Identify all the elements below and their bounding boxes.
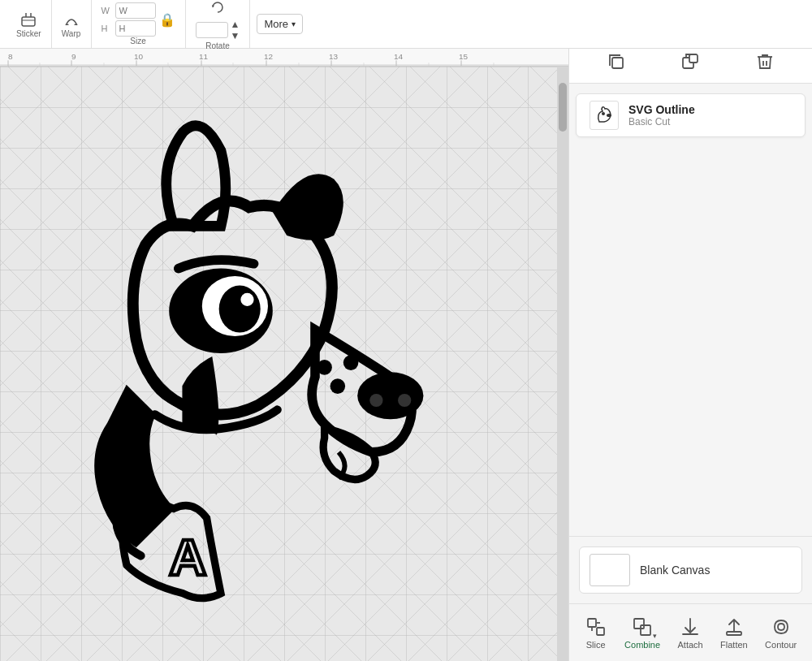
svg-point-48 [602,112,605,115]
rotate-group: ▲▼ Rotate [186,0,251,48]
svg-rect-46 [689,54,698,63]
blank-canvas-item[interactable]: Blank Canvas [579,547,802,594]
contour-button[interactable]: Contour [758,612,803,653]
duplicate-button[interactable] [602,47,631,76]
panel-bottom: Slice ▾ Combine Attach [569,603,812,661]
blank-canvas-label: Blank Canvas [640,564,710,577]
slice-button[interactable]: Slice [578,612,614,653]
combine-icon: ▾ [631,616,654,638]
warp-icon [62,10,81,29]
combine-button[interactable]: ▾ Combine [618,612,667,653]
layer-item[interactable]: SVG Outline Basic Cut [576,93,806,137]
svg-rect-50 [597,628,604,635]
attach-button[interactable]: Attach [672,612,710,653]
svg-point-36 [398,394,411,407]
size-tool: W H 🔒 Size [102,2,175,45]
svg-point-47 [607,114,611,117]
svg-text:15: 15 [459,53,469,62]
more-label: More [264,18,288,30]
scrollbar-thumb[interactable] [559,83,567,132]
canvas-area[interactable]: A [0,49,568,661]
svg-rect-44 [612,58,623,68]
right-panel: Layers Color Sync [568,0,812,661]
blank-canvas-thumbnail [590,554,630,586]
rotate-label: Rotate [205,41,229,50]
svg-point-34 [357,372,423,419]
warp-tool[interactable]: Warp [62,10,81,38]
more-button[interactable]: More ▾ [257,14,303,34]
svg-point-43 [330,378,346,394]
layer-type: Basic Cut [628,116,792,127]
rotate-input[interactable] [196,22,228,38]
toolbar: Sticker Warp W [0,0,812,49]
layers-list: SVG Outline Basic Cut [569,84,812,536]
svg-text:8: 8 [8,53,13,62]
height-input[interactable] [115,20,156,37]
attach-icon [679,616,702,638]
rotate-tool[interactable]: ▲▼ Rotate [196,0,240,50]
flatten-icon [723,616,745,638]
vertical-scrollbar[interactable] [557,67,568,661]
svg-text:9: 9 [71,53,76,62]
lock-icon[interactable]: 🔒 [159,12,175,28]
sticker-label: Sticker [16,29,41,38]
layer-name: SVG Outline [628,103,792,116]
svg-rect-54 [641,625,650,635]
svg-rect-0 [22,17,35,26]
layer-thumbnail [590,101,619,130]
layer-info: SVG Outline Basic Cut [628,103,792,127]
sticker-tool[interactable]: Sticker [16,10,41,38]
combine-label: Combine [624,640,660,650]
svg-point-39 [219,285,261,332]
rotate-icon [208,0,227,17]
width-input[interactable] [115,2,156,19]
svg-point-42 [343,355,359,370]
svg-text:13: 13 [329,53,338,62]
warp-label: Warp [62,29,81,38]
svg-text:12: 12 [264,53,273,62]
svg-rect-55 [727,632,741,635]
blank-canvas-section: Blank Canvas [569,536,812,603]
sticker-icon [19,10,38,29]
svg-point-41 [317,360,332,375]
copy-style-button[interactable] [676,47,705,76]
svg-rect-53 [634,619,644,629]
slice-icon [585,616,607,638]
size-label: Size [130,37,145,45]
contour-icon [770,616,793,638]
rotate-updown-icon[interactable]: ▲▼ [231,19,240,41]
sticker-group: Sticker [6,0,52,48]
svg-text:14: 14 [394,53,404,62]
warp-group: Warp [52,0,92,48]
attach-label: Attach [678,640,703,650]
flatten-label: Flatten [720,640,748,650]
svg-point-40 [240,293,253,306]
svg-text:11: 11 [199,53,208,62]
svg-rect-7 [0,49,568,66]
svg-text:A: A [169,528,206,586]
svg-point-35 [369,394,382,407]
svg-text:10: 10 [134,53,144,62]
size-group: W H 🔒 Size [92,0,186,48]
slice-label: Slice [586,640,606,650]
svg-rect-49 [588,619,596,627]
flatten-button[interactable]: Flatten [714,612,754,653]
ruler-top: 8 9 10 11 12 13 14 15 [0,49,568,67]
more-group: More ▾ [250,0,309,48]
contour-label: Contour [765,640,797,650]
more-arrow: ▾ [292,19,296,28]
delete-button[interactable] [750,47,780,76]
dog-artwork: A [32,89,503,617]
